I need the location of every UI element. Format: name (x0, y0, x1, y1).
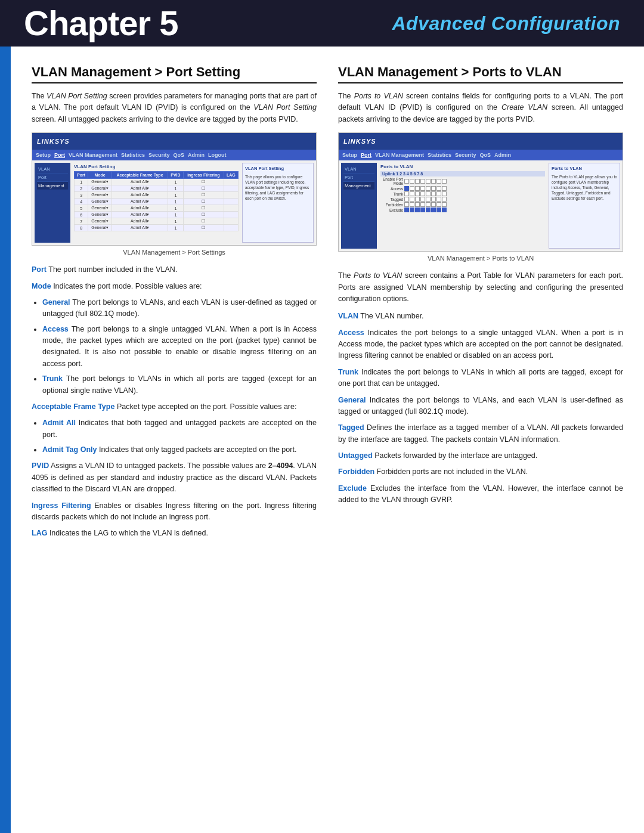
nav-security: Security (148, 152, 170, 158)
term-vlan-label: VLAN (338, 312, 358, 320)
ports-row-tagged: Tagged (380, 197, 545, 202)
right-nav-admin: Admin (494, 152, 511, 158)
term-exclude-definition: Excludes the interface from the VLAN. Ho… (338, 484, 623, 504)
right-ss-page-title: Ports to VLAN (380, 164, 545, 169)
term-untagged-definition: Packets forwarded by the interface are u… (374, 451, 537, 460)
term-exclude-label: Exclude (338, 484, 367, 493)
right-screenshot-caption: VLAN Management > Ports to VLAN (338, 255, 623, 262)
th-ingress: Ingress Filtering (183, 172, 224, 179)
term-forbidden-definition: Forbidden ports are not included in the … (377, 467, 528, 476)
panel-title: VLAN Port Setting (245, 166, 311, 172)
port-setting-table: Port Mode Acceptable Frame Type PVID Ing… (74, 171, 239, 231)
ports-group-1-4-title: Uplink 1 2 3 4 5 6 7 8 (380, 171, 545, 176)
right-screenshot-table-area: Ports to VLAN Uplink 1 2 3 4 5 6 7 8 Ena… (379, 163, 546, 249)
term-trunk: Trunk Indicates the port belongs to VLAN… (338, 367, 623, 390)
term-tagged-definition: Defines the interface as a tagged member… (338, 423, 623, 443)
term-trunk-label: Trunk (338, 368, 358, 376)
left-intro-text: The VLAN Port Setting screen provides pa… (32, 91, 317, 125)
screenshot-table-area: VLAN Port Setting Port Mode Acceptable F… (73, 163, 240, 243)
term-lag: LAG Indicates the LAG to which the VLAN … (32, 528, 317, 539)
term-general-definition: Indicates the port belongs to VLANs, and… (338, 396, 623, 416)
port-setting-screenshot: LINKSYS Setup Port VLAN Management Stati… (32, 132, 317, 246)
screenshot-body: VLAN Port Management VLAN Port Setting P… (32, 160, 316, 245)
mode-bullet-list: General The port belongs to VLANs, and e… (42, 297, 317, 397)
sidebar-port-mgmt: Port (37, 174, 68, 182)
right-section-title: VLAN Management > Ports to VLAN (338, 64, 623, 83)
right-nav-port: Port (361, 152, 371, 158)
left-section-title: VLAN Management > Port Setting (32, 64, 317, 83)
term-tagged-label: Tagged (338, 423, 364, 432)
left-column: VLAN Management > Port Setting The VLAN … (32, 64, 317, 544)
nav-qos: QoS (174, 152, 185, 158)
table-row: 6General▾Admit All▾1☐ (75, 212, 239, 218)
screenshot-sidebar: VLAN Port Management (35, 163, 70, 243)
term-acceptable-frame: Acceptable Frame Type Packet type accept… (32, 401, 317, 413)
term-acceptable-definition: Packet type accepted on the port. Possib… (117, 402, 297, 411)
term-mode: Mode Indicates the port mode. Possible v… (32, 281, 317, 292)
right-column: VLAN Management > Ports to VLAN The Port… (338, 64, 623, 544)
left-accent-bar (0, 47, 11, 833)
sidebar-vlan-mgmt: VLAN (37, 165, 68, 174)
right-nav-vlan: VLAN Management (375, 152, 424, 158)
term-trunk-definition: Indicates the port belongs to VLANs in w… (338, 368, 623, 388)
term-port-definition: The port number included in the VLAN. (48, 265, 177, 274)
right-intro-text: The Ports to VLAN screen contains fields… (338, 91, 623, 125)
ports-row-trunk: Trunk (380, 191, 545, 196)
term-untagged-label: Untagged (338, 451, 373, 460)
term-untagged: Untagged Packets forwarded by the interf… (338, 450, 623, 462)
th-lag: LAG (224, 172, 238, 179)
screenshot-nav-bar: Setup Port VLAN Management Statistics Se… (32, 150, 316, 160)
page-content: VLAN Management > Port Setting The VLAN … (0, 47, 644, 833)
panel-description: This page allows you to configure VLAN p… (245, 174, 311, 201)
right-nav-qos: QoS (480, 152, 491, 158)
nav-port: Port (54, 152, 65, 158)
right-panel-title: Ports to VLAN (552, 166, 617, 172)
ports-to-vlan-screenshot: LINKSYS Setup Port VLAN Management Stati… (338, 132, 623, 252)
right-panel-description: The Ports to VLAN page allows you to con… (552, 174, 617, 201)
sidebar-port-setting: Management (37, 182, 68, 190)
term-vlan: VLAN The VLAN number. (338, 311, 623, 322)
term-tagged: Tagged Defines the interface as a tagged… (338, 422, 623, 445)
nav-vlan: VLAN Management (69, 152, 117, 158)
ports-group-1-4: Uplink 1 2 3 4 5 6 7 8 Enable Port Mode … (380, 171, 545, 212)
term-pvid: PVID Assigns a VLAN ID to untagged packe… (32, 460, 317, 495)
term-lag-definition: Indicates the LAG to which the VLAN is d… (49, 529, 208, 537)
right-linksys-logo: LINKSYS (343, 138, 376, 145)
term-general: General Indicates the port belongs to VL… (338, 395, 623, 418)
term-access-definition: Indicates the port belongs to a single u… (338, 329, 623, 360)
bullet-access: Access The port belongs to a single unta… (42, 324, 317, 370)
page-header: Chapter 5 Advanced Configuration (0, 0, 644, 47)
term-forbidden-label: Forbidden (338, 467, 374, 476)
right-sidebar-vlan: VLAN (343, 165, 374, 174)
term-ingress: Ingress Filtering Enables or disables In… (32, 500, 317, 524)
ports-enable-checkboxes (404, 179, 447, 184)
left-screenshot-caption: VLAN Management > Port Settings (32, 249, 317, 256)
section-title: Advanced Configuration (392, 13, 620, 35)
term-lag-label: LAG (32, 529, 47, 537)
right-screenshot-header: LINKSYS (339, 133, 623, 150)
nav-statistics: Statistics (121, 152, 145, 158)
bullet-trunk: Trunk The port belongs to VLANs in which… (42, 373, 317, 397)
term-mode-label: Mode (32, 282, 51, 290)
table-row: 2General▾Admit All▾1☐ (75, 185, 239, 192)
ports-row-forbidden: Forbidden (380, 202, 545, 207)
ports-row-access: Access (380, 186, 545, 191)
ports-trunk-checkboxes (404, 191, 447, 196)
th-frame: Acceptable Frame Type (112, 172, 168, 179)
table-row: 4General▾Admit All▾1☐ (75, 199, 239, 205)
ports-row-exclude: Exclude (380, 208, 545, 212)
ports-exclude-checkboxes (404, 208, 447, 212)
table-row: 8General▾Admit All▾1☐ (75, 225, 239, 231)
ports-access-checkboxes (404, 186, 447, 191)
term-exclude: Exclude Excludes the interface from the … (338, 483, 623, 506)
right-sidebar-mgmt: Management (343, 182, 374, 190)
right-screenshot-right-panel: Ports to VLAN The Ports to VLAN page all… (549, 163, 620, 249)
bullet-general: General The port belongs to VLANs, and e… (42, 297, 317, 320)
right-nav-statistics: Statistics (428, 152, 451, 158)
ports-row-enable: Enable Port Mode (380, 177, 545, 185)
right-screenshot-body: VLAN Port Management Ports to VLAN Uplin… (339, 160, 623, 251)
table-row: 5General▾Admit All▾1☐ (75, 205, 239, 212)
term-access: Access Indicates the port belongs to a s… (338, 327, 623, 362)
term-pvid-label: PVID (32, 462, 49, 470)
term-vlan-definition: The VLAN number. (360, 312, 423, 320)
